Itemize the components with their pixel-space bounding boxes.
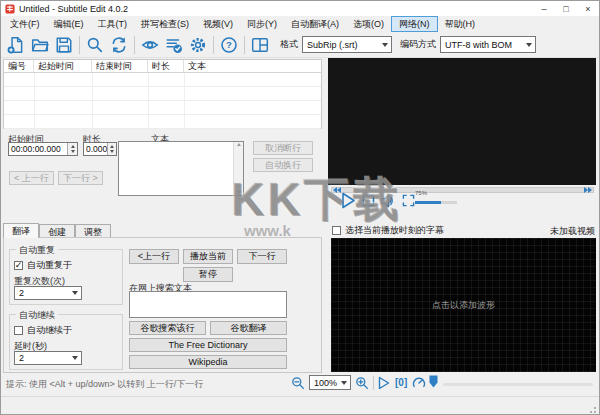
playback-speed-icon[interactable]: [412, 376, 426, 390]
layout-icon: [251, 36, 269, 54]
menu-network[interactable]: 网络(N): [391, 16, 438, 32]
waveform-position-slider[interactable]: [443, 383, 593, 386]
play-icon[interactable]: [341, 192, 356, 209]
textarea-scrollbar[interactable]: [233, 142, 243, 195]
waveform-play-icon[interactable]: [378, 376, 390, 390]
toolbar-separator: [213, 36, 214, 54]
subtitle-list-view[interactable]: 编号 起始时间 结束时间 时长 文本: [3, 59, 322, 129]
subtitle-list-header: 编号 起始时间 结束时间 时长 文本: [4, 60, 321, 73]
repeat-count-select[interactable]: 2: [14, 286, 82, 300]
new-file-button[interactable]: [4, 34, 28, 56]
next-line-play-button[interactable]: 下一行: [237, 249, 287, 264]
open-file-button[interactable]: [28, 34, 52, 56]
waveform-zoom-select[interactable]: 100%: [309, 375, 351, 390]
shortcut-tip: 提示: 使用 <Alt + up/down> 以转到 上一行/下一行: [6, 378, 203, 391]
auto-break-button[interactable]: 自动换行: [253, 158, 313, 172]
zoom-in-icon[interactable]: [355, 376, 369, 390]
spinner-arrows-icon[interactable]: [67, 143, 77, 155]
google-search-button[interactable]: 谷歌搜索该行: [129, 321, 206, 335]
search-icon: [86, 36, 104, 54]
maximize-button[interactable]: □: [555, 1, 577, 16]
toolbar-separator: [79, 36, 80, 54]
volume-percent-label: 75%: [415, 190, 427, 196]
menu-sync[interactable]: 同步(Y): [240, 16, 284, 32]
minimize-button[interactable]: –: [533, 1, 555, 16]
title-bar: Untitled - Subtitle Edit 4.0.2 – □ ×: [1, 1, 599, 16]
save-button[interactable]: [52, 34, 76, 56]
checkbox-unchecked-icon: [332, 226, 341, 235]
volume-icon[interactable]: [381, 194, 396, 208]
menu-autotranslate[interactable]: 自动翻译(A): [284, 16, 346, 32]
waveform-placeholder: 点击以添加波形: [432, 299, 495, 312]
spinner-arrows-icon[interactable]: [107, 143, 116, 155]
settings-button[interactable]: [186, 34, 210, 56]
table-row[interactable]: [4, 73, 321, 87]
tab-create[interactable]: 创建: [39, 224, 75, 238]
auto-continue-checkbox[interactable]: 自动继续于: [14, 324, 72, 337]
start-time-spinner[interactable]: 00:00:00.000: [8, 142, 78, 156]
column-end-time[interactable]: 结束时间: [92, 60, 148, 72]
volume-slider-fill: [415, 201, 441, 204]
menu-help[interactable]: 帮助(H): [438, 16, 483, 32]
chevron-down-icon: [68, 287, 81, 299]
free-dictionary-button[interactable]: The Free Dictionary: [129, 338, 287, 352]
web-search-input[interactable]: [129, 291, 287, 318]
spell-check-button[interactable]: [162, 34, 186, 56]
fullscreen-icon[interactable]: [402, 194, 415, 207]
encoding-select[interactable]: UTF-8 with BOM: [440, 36, 536, 53]
visual-sync-button[interactable]: [138, 34, 162, 56]
google-translate-button[interactable]: 谷歌翻译: [210, 321, 287, 335]
next-line-button[interactable]: 下一行 >: [58, 171, 103, 185]
pause-button[interactable]: 暂停: [183, 267, 233, 282]
auto-repeat-checkbox-label: 自动重复于: [27, 259, 72, 272]
resize-grip[interactable]: [587, 404, 597, 414]
zoom-out-icon[interactable]: [291, 376, 305, 390]
video-display: [328, 58, 596, 185]
table-row[interactable]: [4, 101, 321, 115]
subtitle-list-body[interactable]: [4, 73, 321, 128]
volume-slider[interactable]: [415, 201, 457, 204]
menu-spellcheck[interactable]: 拼写检查(S): [134, 16, 196, 32]
duration-value: 0.000: [84, 143, 107, 155]
table-row[interactable]: [4, 87, 321, 101]
wikipedia-button[interactable]: Wikipedia: [129, 355, 287, 369]
replace-button[interactable]: [107, 34, 131, 56]
menu-video[interactable]: 视频(V): [196, 16, 240, 32]
subtitle-text-input[interactable]: [118, 141, 244, 196]
layout-button[interactable]: [248, 34, 272, 56]
format-select[interactable]: SubRip (.srt): [302, 36, 392, 53]
waveform-canvas[interactable]: 点击以添加波形: [331, 238, 596, 372]
help-icon: ?: [220, 36, 238, 54]
close-button[interactable]: ×: [577, 1, 599, 16]
tab-translate[interactable]: 翻译: [3, 223, 39, 238]
unbreak-button[interactable]: 取消断行: [253, 141, 313, 155]
gear-icon: [189, 36, 207, 54]
duration-spinner[interactable]: 0.000: [83, 142, 117, 156]
column-start-time[interactable]: 起始时间: [34, 60, 92, 72]
help-button[interactable]: ?: [217, 34, 241, 56]
find-button[interactable]: [83, 34, 107, 56]
menu-file[interactable]: 文件(F): [3, 16, 47, 32]
prev-line-play-button[interactable]: <上一行: [129, 249, 179, 264]
open-folder-icon: [31, 36, 49, 54]
table-row[interactable]: [4, 115, 321, 129]
position-marker-icon[interactable]: [429, 375, 438, 388]
select-current-subtitle-checkbox[interactable]: 选择当前播放时刻的字幕: [332, 224, 444, 237]
seek-left-chevrons-icon: [333, 187, 341, 193]
column-number[interactable]: 编号: [4, 60, 34, 72]
menu-edit[interactable]: 编辑(E): [47, 16, 91, 32]
play-selection-icon[interactable]: [0]: [395, 377, 407, 388]
stop-icon[interactable]: [362, 194, 375, 207]
menu-options[interactable]: 选项(O): [346, 16, 391, 32]
column-text[interactable]: 文本: [184, 60, 321, 72]
auto-repeat-checkbox[interactable]: ✓ 自动重复于: [14, 259, 72, 272]
app-logo-icon: [5, 4, 15, 14]
play-current-button[interactable]: 播放当前: [183, 249, 233, 264]
chevron-down-icon: [68, 352, 81, 364]
svg-text:?: ?: [226, 39, 232, 50]
column-duration[interactable]: 时长: [148, 60, 184, 72]
prev-line-button[interactable]: < 上一行: [9, 171, 54, 185]
delay-select[interactable]: 2: [14, 351, 82, 365]
menu-tools[interactable]: 工具(T): [91, 16, 135, 32]
tab-adjust[interactable]: 调整: [75, 224, 111, 238]
